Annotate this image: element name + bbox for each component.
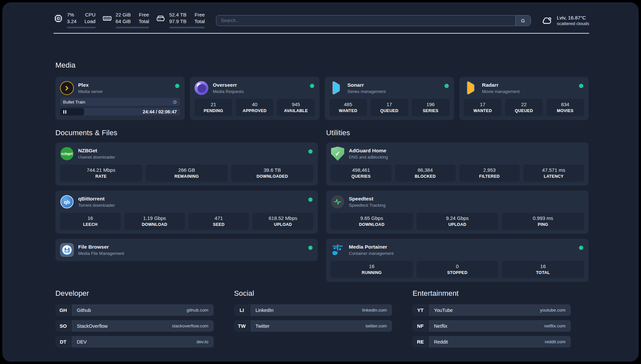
stat-pending: 21PENDING — [195, 99, 232, 116]
ram-label-1: Free — [138, 12, 149, 18]
link-name: Netflix — [434, 323, 447, 329]
weather-location-temp: Lviv, 16.87°C — [557, 15, 589, 21]
link-youtube[interactable]: YT YouTubeyoutube.com — [412, 304, 571, 316]
search-input[interactable] — [216, 15, 515, 26]
disk-label-1: Free — [194, 12, 205, 18]
plex-icon — [60, 81, 74, 95]
weather-condition: scattered clouds — [557, 21, 589, 26]
playback-progress-fill — [60, 108, 84, 115]
social-section-title: Social — [234, 289, 392, 298]
app-card-nzbget[interactable]: nzbget NZBGet Usenet downloader 744.21 M… — [55, 142, 318, 186]
weather-widget: Lviv, 16.87°C scattered clouds — [541, 15, 589, 26]
app-card-adguard[interactable]: ✓ AdGuard Home DNS and adblocking 498,46… — [326, 142, 589, 186]
filebrowser-icon — [60, 243, 74, 257]
developer-section-title: Developer — [55, 289, 214, 298]
stat-movies: 834MOVIES — [546, 99, 584, 116]
stat-seed: 471SEED — [189, 213, 249, 230]
cpu-usage: 7% — [67, 12, 76, 18]
media-section: Media Plex Media server Bullet Train ⚙ — [55, 61, 589, 120]
link-abbr: LI — [234, 304, 250, 316]
link-stackoverflow[interactable]: SO StackOverflowstackoverflow.com — [55, 320, 214, 332]
stat-approved: 40APPROVED — [236, 99, 273, 116]
status-online-dot — [308, 197, 313, 202]
link-github[interactable]: GH Githubgithub.com — [55, 304, 214, 316]
app-card-overseerr[interactable]: Overseerr Media Requests 21PENDING 40APP… — [190, 77, 319, 120]
stat-queued: 22QUEUED — [505, 99, 543, 116]
app-title: Overseerr — [213, 82, 244, 88]
app-card-portainer[interactable]: Media Portainer Container management 16R… — [326, 239, 589, 282]
link-linkedin[interactable]: LI LinkedInlinkedin.com — [234, 304, 392, 316]
stat-stopped: 0STOPPED — [416, 261, 499, 278]
app-title: Media Portainer — [349, 244, 394, 250]
status-online-dot — [308, 149, 313, 154]
stat-filtered: 2,953FILTERED — [459, 165, 520, 182]
ram-total: 64 GiB — [116, 18, 131, 24]
app-card-sonarr[interactable]: Sonarr Series management 485WANTED 17QUE… — [325, 77, 454, 120]
link-reddit[interactable]: RE Redditreddit.com — [412, 336, 571, 348]
link-abbr: DT — [55, 336, 71, 348]
stat-download: 1.19 GbpsDOWNLOAD — [124, 213, 185, 230]
disk-icon — [156, 14, 166, 23]
app-subtitle: DNS and adblocking — [349, 155, 388, 160]
link-abbr: TW — [234, 320, 250, 332]
stat-queued: 17QUEUED — [371, 99, 408, 116]
media-section-title: Media — [55, 61, 589, 70]
ram-free: 22 GiB — [116, 12, 131, 18]
disk-metric: 52.4 TB Free 97.9 TB Total — [156, 12, 205, 28]
portainer-icon — [331, 243, 345, 257]
stat-downloaded: 39.6 TBDOWNLOADED — [231, 165, 313, 182]
stat-series: 196SERIES — [412, 99, 449, 116]
app-title: AdGuard Home — [349, 148, 388, 154]
link-url: github.com — [187, 308, 208, 313]
cpu-metric: 7% CPU 3.24 Load — [53, 12, 96, 28]
app-subtitle: Media File Management — [78, 251, 124, 256]
disk-label-2: Total — [194, 18, 205, 24]
stat-download: 9.65 GbpsDOWNLOAD — [331, 213, 413, 230]
header-divider — [53, 33, 589, 34]
app-card-filebrowser[interactable]: File Browser Media File Management — [55, 239, 318, 261]
link-name: Github — [77, 308, 91, 313]
ram-label-2: Total — [138, 18, 149, 24]
link-abbr: GH — [55, 304, 71, 316]
utilities-section: Utilities ✓ AdGuard Home DNS and adblock… — [326, 129, 589, 282]
ram-progress — [116, 27, 149, 28]
stat-available: 945AVAILABLE — [277, 99, 315, 116]
stat-blocked: 86,384BLOCKED — [395, 165, 456, 182]
playback-progress-bar[interactable]: 24:44 / 02:06:47 — [60, 108, 180, 115]
link-twitter[interactable]: TW Twittertwitter.com — [234, 320, 392, 332]
app-title: NZBGet — [78, 148, 115, 154]
app-subtitle: Container management — [349, 251, 394, 256]
app-subtitle: Media Requests — [213, 89, 244, 94]
developer-section: Developer GH Githubgithub.com SO StackOv… — [55, 289, 214, 348]
cpu-icon — [53, 14, 63, 23]
app-card-plex[interactable]: Plex Media server Bullet Train ⚙ 24:44 /… — [55, 77, 185, 120]
cloud-icon — [541, 15, 553, 26]
stat-leech: 16LEECH — [60, 213, 121, 230]
gear-icon[interactable]: ⚙ — [173, 100, 177, 105]
entertainment-section: Entertainment YT YouTubeyoutube.com NF N… — [412, 289, 571, 348]
nzbget-icon: nzbget — [60, 147, 74, 161]
stat-queries: 498,461QUERIES — [331, 165, 391, 182]
overseerr-icon — [195, 81, 208, 95]
status-online-dot — [308, 246, 313, 250]
app-card-qbittorrent[interactable]: qb qBittorrent Torrent downloader 16LEEC… — [55, 191, 318, 234]
stat-running: 16RUNNING — [331, 261, 413, 278]
search-provider-button[interactable]: G — [515, 15, 531, 26]
app-card-radarr[interactable]: Radarr Movie management 17WANTED 22QUEUE… — [459, 77, 589, 120]
link-name: Twitter — [256, 323, 270, 329]
app-title: Sonarr — [348, 82, 386, 88]
documents-section: Documents & Files nzbget NZBGet Usenet d… — [55, 129, 318, 282]
utilities-section-title: Utilities — [326, 129, 589, 137]
qbittorrent-icon: qb — [60, 195, 74, 209]
now-playing-bar: Bullet Train ⚙ — [60, 98, 180, 106]
app-title: File Browser — [78, 244, 124, 250]
app-card-speedtest[interactable]: Speedtest Speedtest Tracking 9.65 GbpsDO… — [326, 191, 589, 234]
app-title: Speedtest — [349, 196, 385, 202]
link-url: stackoverflow.com — [172, 323, 208, 328]
link-dev[interactable]: DT DEVdev.to — [55, 336, 214, 348]
sonarr-icon — [329, 81, 343, 95]
link-netflix[interactable]: NF Netflixnetflix.com — [412, 320, 571, 332]
stat-remaining: 266 GBREMAINING — [146, 165, 228, 182]
link-name: Reddit — [434, 339, 448, 345]
cpu-progress — [67, 27, 96, 28]
